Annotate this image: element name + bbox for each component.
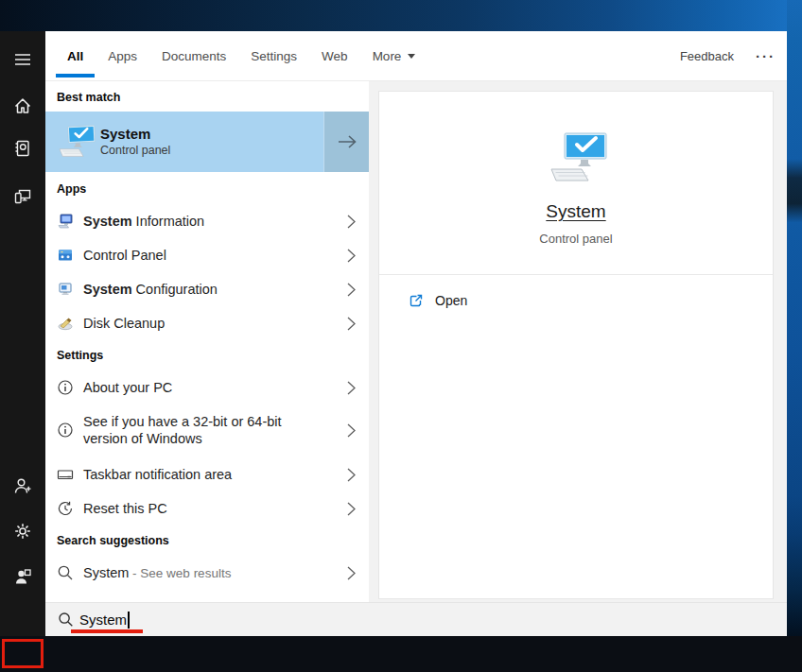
chevron-right-icon[interactable] — [347, 381, 356, 395]
preview-title: System — [379, 201, 773, 222]
match-text: System — [83, 282, 132, 297]
tab-label: Settings — [251, 49, 297, 63]
annotation-search-term-underline — [71, 629, 143, 633]
chevron-right-icon[interactable] — [347, 283, 356, 297]
start-sidebar — [0, 31, 45, 636]
best-match-result[interactable]: System Control panel — [45, 112, 369, 172]
chevron-right-icon[interactable] — [347, 215, 356, 229]
tab-documents[interactable]: Documents — [162, 31, 226, 80]
result-label: Reset this PC — [83, 500, 322, 517]
open-action[interactable]: Open — [379, 284, 773, 318]
result-web-search-system[interactable]: System - See web results — [45, 556, 369, 590]
tab-web[interactable]: Web — [322, 31, 348, 80]
system-monitor-check-icon — [57, 125, 96, 159]
section-header-best-match: Best match — [57, 91, 120, 104]
chevron-right-icon[interactable] — [347, 317, 356, 331]
expand-menu-button[interactable] — [13, 50, 32, 69]
search-box[interactable]: System — [45, 602, 787, 636]
tab-label: Documents — [162, 49, 226, 63]
sidebar-journal-button[interactable] — [13, 139, 32, 158]
tab-all[interactable]: All — [67, 31, 83, 80]
annotation-start-button-box — [2, 639, 44, 668]
result-label: System Configuration — [83, 281, 322, 298]
result-label: Taskbar notification area — [83, 466, 322, 483]
rest-text: Information — [132, 214, 205, 229]
best-match-subtitle: Control panel — [100, 143, 170, 159]
result-label: Disk Cleanup — [83, 315, 322, 332]
search-input[interactable]: System — [79, 612, 127, 628]
open-label: Open — [435, 293, 467, 308]
home-icon — [13, 96, 32, 115]
tab-label: All — [67, 49, 83, 63]
desktop-wallpaper-right — [787, 0, 802, 636]
result-system-configuration[interactable]: System Configuration — [45, 272, 369, 306]
tab-label: More — [373, 49, 402, 63]
feedback-label: Feedback — [680, 49, 734, 63]
divider — [379, 274, 773, 275]
tab-more[interactable]: More — [373, 31, 416, 80]
info-icon — [57, 379, 74, 396]
section-header-apps: Apps — [57, 182, 86, 196]
user-account-icon — [13, 567, 32, 586]
tab-label: Web — [322, 49, 348, 63]
best-match-expand-button[interactable] — [323, 112, 369, 172]
result-label: Control Panel — [83, 247, 322, 264]
hint-text: - See web results — [129, 566, 231, 580]
sidebar-user-account-button[interactable] — [13, 567, 32, 586]
arrow-right-icon — [337, 134, 357, 149]
result-32bit-64bit[interactable]: See if you have a 32-bit or 64-bit versi… — [45, 407, 369, 453]
sidebar-home-button[interactable] — [13, 96, 32, 115]
open-external-icon — [408, 293, 424, 309]
screen: All Apps Documents Settings Web More Fee… — [0, 0, 802, 672]
section-header-search-suggestions: Search suggestions — [57, 534, 169, 547]
preview-pane: System Control panel Open — [369, 81, 787, 602]
menu-icon — [13, 50, 32, 69]
result-disk-cleanup[interactable]: Disk Cleanup — [45, 306, 369, 340]
text-cursor — [128, 612, 130, 629]
result-label: See if you have a 32-bit or 64-bit versi… — [83, 413, 322, 447]
results-list: Best match System Control panel — [45, 81, 369, 602]
preview-card: System Control panel Open — [378, 91, 774, 599]
sidebar-devices-button[interactable] — [13, 186, 32, 205]
add-user-icon — [13, 476, 32, 495]
best-match-title: System — [100, 125, 170, 143]
chevron-right-icon[interactable] — [347, 423, 356, 438]
system-information-icon — [57, 213, 74, 230]
reset-history-icon — [57, 500, 74, 517]
devices-icon — [13, 186, 32, 205]
search-panel: All Apps Documents Settings Web More Fee… — [45, 31, 787, 636]
chevron-right-icon[interactable] — [347, 502, 356, 516]
desktop-wallpaper-top — [0, 0, 802, 31]
chevron-down-icon — [408, 54, 415, 59]
control-panel-icon — [57, 247, 74, 264]
result-taskbar-notification-area[interactable]: Taskbar notification area — [45, 457, 369, 491]
tab-apps[interactable]: Apps — [108, 31, 137, 80]
overflow-menu-button[interactable]: ··· — [756, 48, 776, 64]
result-control-panel[interactable]: Control Panel — [45, 238, 369, 272]
search-filter-tabs: All Apps Documents Settings Web More Fee… — [45, 31, 787, 81]
sidebar-add-user-button[interactable] — [13, 476, 32, 495]
system-monitor-check-icon — [548, 131, 608, 184]
sidebar-settings-button[interactable] — [13, 522, 32, 541]
chevron-right-icon[interactable] — [347, 566, 356, 580]
chevron-right-icon[interactable] — [347, 249, 356, 263]
taskbar-display-icon — [57, 466, 74, 483]
feedback-button[interactable]: Feedback — [680, 31, 734, 80]
tab-label: Apps — [108, 49, 137, 63]
taskbar — [0, 636, 802, 672]
disk-cleanup-icon — [57, 315, 74, 332]
search-icon — [58, 612, 74, 628]
clipped-next-item — [70, 597, 85, 601]
tab-settings[interactable]: Settings — [251, 31, 297, 80]
result-about-your-pc[interactable]: About your PC — [45, 370, 369, 405]
settings-gear-icon — [13, 522, 32, 541]
result-system-information[interactable]: System Information — [45, 204, 369, 238]
chevron-right-icon[interactable] — [347, 468, 356, 482]
result-reset-this-pc[interactable]: Reset this PC — [45, 491, 369, 526]
section-header-settings: Settings — [57, 349, 103, 362]
rest-text: Configuration — [132, 282, 218, 297]
result-label: System Information — [83, 213, 322, 230]
info-icon — [57, 422, 74, 439]
query-text: System — [83, 565, 129, 580]
rest-text: Disk Cleanup — [83, 316, 165, 331]
